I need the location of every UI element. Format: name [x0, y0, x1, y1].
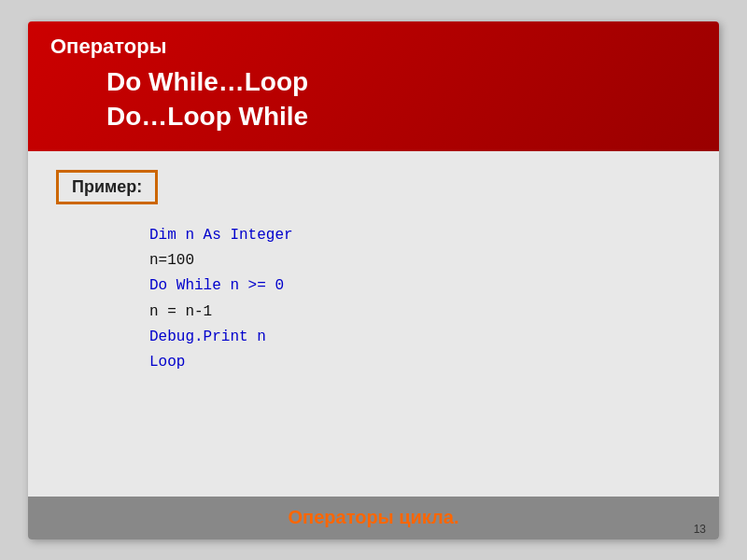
primer-label: Пример:	[72, 177, 142, 196]
code-line-4: n = n-1	[149, 300, 691, 325]
slide-content: Пример: Dim n As Integer n=100 Do While …	[28, 151, 719, 496]
header-title-line2: Do…Loop While	[106, 102, 308, 131]
slide-number: 13	[694, 523, 706, 536]
header-title: Do While…Loop Do…Loop While	[106, 64, 697, 135]
primer-box: Пример:	[56, 170, 158, 204]
slide-footer: Операторы цикла. 13	[28, 497, 719, 539]
code-line4-text: n = n-1	[149, 303, 212, 320]
code-line3-text: Do While n >= 0	[149, 277, 284, 294]
code-line2-text: n=100	[149, 252, 194, 269]
code-line1-text: Dim n As Integer	[149, 227, 293, 244]
code-line-3: Do While n >= 0	[149, 273, 691, 299]
code-line-5: Debug.Print n	[149, 325, 691, 350]
code-line5-text: Debug.Print n	[149, 329, 266, 345]
slide: Операторы Do While…Loop Do…Loop While Пр…	[28, 21, 719, 539]
code-area: Dim n As Integer n=100 Do While n >= 0 n…	[149, 223, 691, 375]
code-line-1: Dim n As Integer	[149, 223, 691, 248]
footer-label: Операторы цикла.	[289, 507, 459, 528]
code-line6-text: Loop	[149, 354, 185, 371]
code-line-6: Loop	[149, 350, 691, 375]
header-title-line1: Do While…Loop	[106, 67, 308, 96]
slide-header: Операторы Do While…Loop Do…Loop While	[28, 21, 719, 152]
header-operators-label: Операторы	[50, 35, 697, 59]
code-line-2: n=100	[149, 248, 691, 273]
